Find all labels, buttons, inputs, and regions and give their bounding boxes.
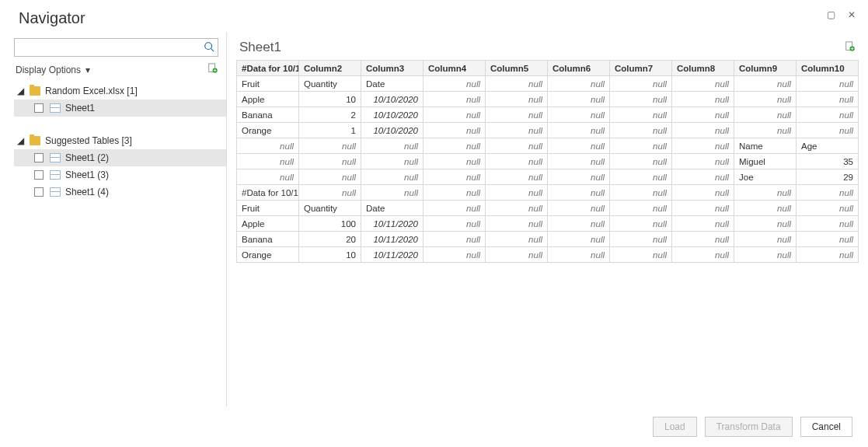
table-cell: null — [486, 216, 548, 232]
tree-item[interactable]: Sheet1 (2) — [14, 149, 226, 166]
table-cell: 35 — [797, 154, 859, 169]
tree-item[interactable]: Sheet1 (3) — [14, 166, 226, 183]
table-cell: null — [672, 247, 734, 263]
column-header[interactable]: Column2 — [299, 61, 361, 76]
table-cell: Fruit — [237, 76, 299, 92]
tree-item-label: Sheet1 — [65, 103, 95, 113]
tree-group-label: Suggested Tables [3] — [45, 135, 132, 146]
column-header[interactable]: Column9 — [734, 61, 797, 76]
table-cell: null — [672, 76, 734, 92]
table-cell: null — [424, 232, 486, 247]
table-cell: null — [548, 76, 610, 92]
table-cell: null — [548, 232, 610, 247]
table-cell: 10/11/2020 — [361, 232, 424, 247]
column-header[interactable]: #Data for 10/10/2020 — [237, 61, 299, 76]
table-cell: null — [424, 216, 486, 232]
table-cell: null — [734, 92, 797, 107]
table-cell: null — [548, 185, 610, 201]
table-cell: Banana — [237, 107, 299, 123]
table-cell: null — [797, 216, 859, 232]
tree-checkbox[interactable] — [34, 187, 44, 197]
table-cell: null — [797, 247, 859, 263]
maximize-icon[interactable]: ▢ — [827, 9, 835, 20]
tree-checkbox[interactable] — [34, 103, 44, 113]
add-sheet-icon[interactable] — [845, 41, 856, 54]
table-cell: 10/11/2020 — [361, 247, 424, 263]
preview-title: Sheet1 — [239, 40, 281, 55]
table-cell: null — [610, 185, 672, 201]
tree-checkbox[interactable] — [34, 153, 44, 162]
table-cell: #Data for 10/11/2020 — [237, 185, 299, 201]
table-cell: null — [610, 169, 672, 185]
table-cell: null — [548, 216, 610, 232]
table-cell: null — [486, 247, 548, 263]
table-cell: null — [548, 247, 610, 263]
table-cell: 10 — [299, 247, 361, 263]
table-cell: null — [672, 185, 734, 201]
refresh-preview-icon[interactable] — [207, 63, 218, 76]
table-cell: Age — [797, 138, 859, 154]
table-row: nullnullnullnullnullnullnullnullNameAge — [237, 138, 859, 154]
table-row: nullnullnullnullnullnullnullnullJoe29 — [237, 169, 859, 185]
search-box[interactable] — [14, 38, 218, 57]
column-header[interactable]: Column4 — [424, 61, 486, 76]
table-cell: null — [797, 185, 859, 201]
column-header[interactable]: Column3 — [361, 61, 424, 76]
tree-item[interactable]: Sheet1 (4) — [14, 183, 226, 201]
table-cell: Orange — [237, 247, 299, 263]
tree-item[interactable]: Sheet1 — [14, 100, 226, 117]
table-cell: Quantity — [299, 76, 361, 92]
table-cell: Apple — [237, 216, 299, 232]
table-cell: Fruit — [237, 201, 299, 216]
table-cell: Apple — [237, 92, 299, 107]
search-icon[interactable] — [204, 41, 214, 54]
table-cell: null — [486, 232, 548, 247]
search-input[interactable] — [18, 40, 204, 55]
table-cell: null — [486, 201, 548, 216]
table-cell: null — [548, 154, 610, 169]
table-cell: null — [424, 76, 486, 92]
table-cell: null — [486, 138, 548, 154]
table-cell: null — [797, 107, 859, 123]
tree-item-label: Sheet1 (2) — [65, 152, 109, 163]
column-header[interactable]: Column10 — [797, 61, 859, 76]
column-header[interactable]: Column7 — [610, 61, 672, 76]
tree-group[interactable]: ◢ Suggested Tables [3] — [14, 132, 226, 149]
table-cell: null — [486, 123, 548, 138]
table-cell: null — [672, 138, 734, 154]
table-cell: null — [672, 169, 734, 185]
column-header[interactable]: Column5 — [486, 61, 548, 76]
table-cell: null — [797, 201, 859, 216]
tree-checkbox[interactable] — [34, 170, 44, 180]
table-cell: null — [610, 201, 672, 216]
table-cell: null — [237, 138, 299, 154]
svg-point-0 — [205, 42, 212, 49]
table-cell: 2 — [299, 107, 361, 123]
cancel-button[interactable]: Cancel — [800, 417, 852, 437]
table-cell: Joe — [734, 169, 797, 185]
sheet-icon — [50, 170, 61, 180]
table-cell: null — [672, 92, 734, 107]
close-icon[interactable]: ✕ — [848, 9, 856, 20]
table-cell: 10/11/2020 — [361, 216, 424, 232]
table-cell: null — [424, 138, 486, 154]
table-row: FruitQuantityDatenullnullnullnullnullnul… — [237, 201, 859, 216]
transform-data-button[interactable]: Transform Data — [705, 417, 793, 437]
column-header[interactable]: Column8 — [672, 61, 734, 76]
tree-group[interactable]: ◢ Random Excel.xlsx [1] — [14, 82, 226, 100]
table-row: Apple10010/11/2020nullnullnullnullnullnu… — [237, 216, 859, 232]
column-header[interactable]: Column6 — [548, 61, 610, 76]
sheet-icon — [50, 103, 61, 113]
table-cell: null — [734, 216, 797, 232]
table-cell: 10/10/2020 — [361, 107, 424, 123]
load-button[interactable]: Load — [653, 417, 697, 437]
table-row: #Data for 10/11/2020nullnullnullnullnull… — [237, 185, 859, 201]
table-cell: null — [734, 232, 797, 247]
table-row: nullnullnullnullnullnullnullnullMiguel35 — [237, 154, 859, 169]
table-cell: null — [734, 185, 797, 201]
table-cell: null — [486, 185, 548, 201]
display-options-dropdown[interactable]: Display Options ▾ — [16, 65, 90, 75]
table-cell: Date — [361, 201, 424, 216]
window-title: Navigator — [19, 9, 85, 27]
table-cell: null — [548, 138, 610, 154]
